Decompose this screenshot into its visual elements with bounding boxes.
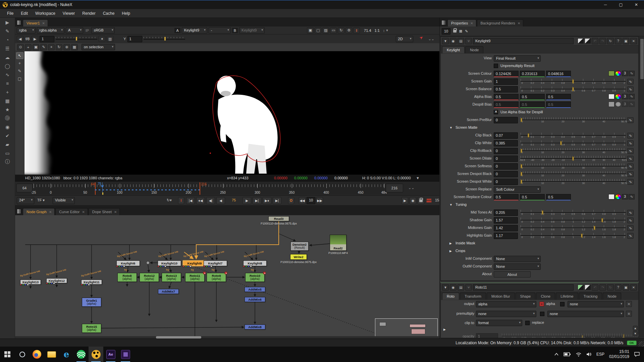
wifi-icon[interactable]: [576, 352, 582, 357]
roto-add-shape-icon[interactable]: +: [25, 44, 32, 50]
lock-range-icon[interactable]: [418, 197, 424, 204]
tab-dope-sheet[interactable]: Dope Sheet✕: [89, 208, 120, 215]
channel-count[interactable]: 3: [622, 71, 628, 76]
tab-node[interactable]: Node: [603, 293, 621, 300]
midtones-gain-field[interactable]: 1.42: [494, 225, 518, 231]
gl-color-swatch[interactable]: [585, 285, 591, 290]
color-icon[interactable]: ☁: [3, 53, 12, 61]
time-icon[interactable]: ◔: [3, 36, 12, 44]
decrement-button[interactable]: ◀◀: [299, 197, 306, 204]
tuning-section[interactable]: ▼: [449, 203, 452, 206]
region-icon[interactable]: ◉: [410, 197, 416, 204]
color-swatch[interactable]: [608, 194, 614, 199]
opacity-field[interactable]: 1: [476, 333, 498, 338]
panel-menu-icon[interactable]: [441, 20, 446, 25]
unpremultiply-result-checkbox[interactable]: [494, 64, 498, 68]
close-icon[interactable]: ✕: [630, 284, 637, 291]
revert-icon[interactable]: ↻: [607, 284, 614, 291]
curve-icon[interactable]: ∿: [627, 86, 634, 92]
output-equals-button[interactable]: =: [626, 301, 632, 307]
screen-gain-slider[interactable]: 00.20.40.60.811.21.41.61.82: [521, 79, 626, 84]
output-none-dropdown[interactable]: none: [568, 301, 624, 307]
screen-replace-dropdown[interactable]: Soft Colour: [494, 186, 541, 193]
filter-icon[interactable]: ◯: [3, 62, 12, 70]
maximize-button[interactable]: ▢: [613, 0, 629, 9]
gamma-field[interactable]: 1: [127, 36, 142, 42]
set-in-button[interactable]: I: [178, 197, 184, 204]
close-icon[interactable]: ✕: [630, 38, 637, 44]
node-keylight7[interactable]: Keylight7: [204, 260, 227, 266]
redo-icon[interactable]: ↷: [599, 38, 606, 44]
roto-draw-icon[interactable]: ✎: [40, 44, 47, 50]
highlights-gain-slider[interactable]: 00.20.40.60.811.21.41.61.82: [521, 233, 626, 239]
properties-scrollbar[interactable]: [639, 36, 644, 339]
purple-app-icon[interactable]: [118, 347, 133, 362]
node-graph-hscrollbar[interactable]: [15, 336, 439, 339]
firefox-icon[interactable]: [30, 347, 44, 362]
metadata-icon[interactable]: ✔: [3, 132, 12, 140]
menu-cache[interactable]: Cache: [99, 10, 118, 17]
clip-rollback-field[interactable]: 0: [494, 148, 518, 154]
nuke-taskbar-icon[interactable]: [89, 347, 103, 362]
spotify-icon[interactable]: [74, 347, 89, 362]
tab-clone[interactable]: Clone: [536, 293, 555, 300]
close-button[interactable]: ✕: [629, 0, 644, 9]
increment-button[interactable]: ▶▶: [316, 197, 323, 204]
curve-icon[interactable]: ∿: [627, 233, 634, 239]
despill-bias-b-field[interactable]: 0.5: [546, 102, 571, 108]
timeline-ruler[interactable]: -250501001502002503003504004504846421675: [34, 182, 384, 195]
screen-softness-field[interactable]: 0: [494, 163, 518, 170]
screen-replace-colour-b-field[interactable]: 0.5: [546, 194, 571, 200]
replace-checkbox[interactable]: [525, 321, 530, 325]
clear-panels-icon[interactable]: ⊠: [459, 29, 462, 34]
scroll-down-icon[interactable]: ▼: [633, 331, 638, 336]
node-write2[interactable]: Write2: [290, 254, 307, 260]
inm-component-dropdown[interactable]: None: [494, 256, 541, 262]
output-extra-checkbox[interactable]: [560, 302, 565, 306]
premultiply-checkbox[interactable]: [540, 312, 544, 316]
set-out-button[interactable]: O: [288, 197, 294, 204]
buffer-dropdown[interactable]: A: [66, 27, 83, 34]
step-forward-button[interactable]: ▶|: [253, 197, 261, 204]
gamma-slider[interactable]: [144, 37, 185, 41]
file-explorer-icon[interactable]: [44, 347, 59, 362]
fps-dropdown[interactable]: 24*: [17, 197, 34, 204]
particles-icon[interactable]: ★: [3, 106, 12, 114]
viewer-canvas[interactable]: ⊙+▣✎⌖↻⊕▦on selection ↖+✎▢: [15, 43, 439, 175]
roto-refresh-icon[interactable]: ↻: [56, 44, 62, 50]
node-roto10[interactable]: Roto10(alpha): [245, 273, 265, 282]
curve-icon[interactable]: ∿: [627, 156, 634, 162]
color-swatch[interactable]: [608, 94, 614, 99]
node-keylight6[interactable]: Keylight6: [116, 260, 140, 266]
crops-section[interactable]: ▶: [449, 249, 452, 253]
updown-icon[interactable]: ↕: [381, 28, 385, 33]
color-wheel-icon[interactable]: [615, 194, 621, 199]
chevron-down-icon[interactable]: ▾: [386, 28, 388, 33]
action-center-icon[interactable]: [634, 352, 640, 357]
view-dropdown[interactable]: Final Result: [494, 55, 541, 62]
current-frame[interactable]: 75: [232, 198, 236, 205]
curve-icon[interactable]: ∿: [629, 194, 635, 199]
flipbook-play-icon[interactable]: ▶: [401, 197, 408, 204]
node-grade1[interactable]: Grade1(alpha): [82, 298, 101, 307]
wrench-icon[interactable]: ⑂: [465, 284, 472, 291]
tab-transform[interactable]: Transform: [460, 293, 486, 300]
close-icon[interactable]: ✕: [518, 21, 520, 25]
pause-icon[interactable]: ‖: [353, 27, 360, 34]
proxy-ratio[interactable]: 1:1: [373, 28, 380, 33]
opacity-slider[interactable]: 00.010.050.10.20.30.40.50.60.70.80.91: [502, 334, 625, 338]
float-window-icon[interactable]: ▣: [623, 284, 629, 291]
shadow-gain-slider[interactable]: 00.20.40.60.811.21.41.61.82: [521, 218, 626, 223]
color-wheel-icon[interactable]: [615, 102, 621, 107]
close-icon[interactable]: ✕: [49, 210, 52, 214]
expand-arrow-icon[interactable]: ▶: [443, 328, 446, 331]
use-alpha-bias-for-despill-checkbox[interactable]: [494, 110, 498, 114]
views-icon[interactable]: ◉: [3, 123, 12, 131]
transform-icon[interactable]: +: [3, 88, 12, 96]
play-forward-button[interactable]: ▶: [243, 197, 251, 204]
curve-icon[interactable]: ∿: [627, 79, 634, 84]
node-roto9[interactable]: Roto9(alpha): [207, 273, 226, 282]
wrench-icon[interactable]: ⑂: [465, 38, 472, 44]
outm-component-dropdown[interactable]: None: [494, 263, 541, 270]
menu-edit[interactable]: Edit: [17, 10, 32, 17]
